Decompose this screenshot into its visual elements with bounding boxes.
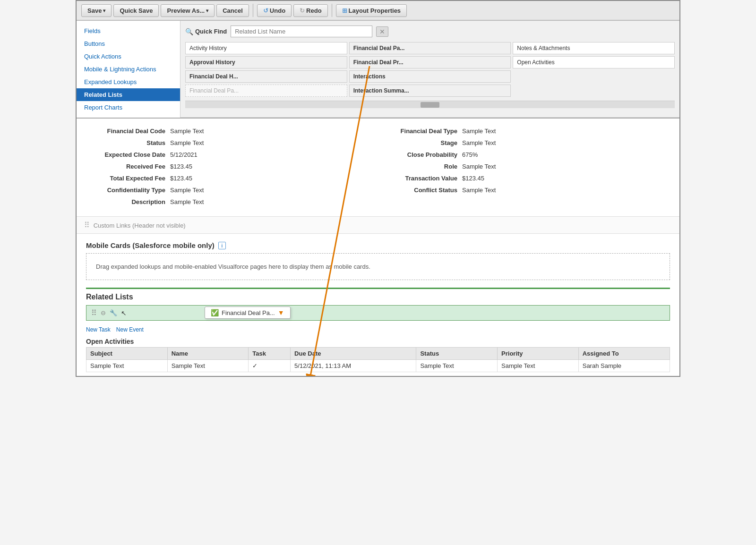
new-task-link[interactable]: New Task (86, 326, 111, 333)
minus-icon[interactable]: ⊖ (101, 309, 106, 316)
undo-button[interactable]: ↺ Undo (257, 4, 292, 17)
field-close-probability-value: 675% (462, 151, 478, 158)
form-row-5: Total Expected Fee $123.45 Transaction V… (86, 173, 670, 183)
field-received-fee-label: Received Fee (90, 163, 165, 170)
sidebar-item-related-lists[interactable]: Related Lists (77, 88, 180, 101)
col-priority: Priority (498, 348, 579, 360)
field-status: Status Sample Text (86, 138, 378, 148)
field-description: Description Sample Text (86, 197, 378, 207)
preview-as-label: Preview As... (167, 7, 205, 14)
sidebar-item-fields[interactable]: Fields (77, 25, 180, 37)
related-list-item-open-activities[interactable]: Open Activities (513, 56, 675, 68)
custom-links-text: Custom Links (Header not visible) (94, 222, 186, 229)
redo-label: Redo (306, 7, 322, 14)
field-expected-close-date-value: 5/12/2021 (170, 151, 198, 158)
col-name: Name (167, 348, 249, 360)
field-confidentiality-type: Confidentiality Type Sample Text (86, 185, 378, 195)
related-list-item-interactions[interactable]: Interactions (349, 70, 511, 83)
cancel-button[interactable]: Cancel (216, 4, 249, 17)
new-event-link[interactable]: New Event (116, 326, 144, 333)
quick-find-panel: 🔍 Quick Find ✕ Activity History Financia… (180, 21, 679, 118)
preview-as-button[interactable]: Preview As... ▾ (161, 4, 215, 17)
save-button[interactable]: Save ▾ (81, 4, 112, 17)
save-dropdown-arrow: ▾ (103, 8, 105, 13)
sidebar-item-report-charts[interactable]: Report Charts (77, 101, 180, 114)
col-due-date: Due Date (291, 348, 416, 360)
col-assigned-to: Assigned To (578, 348, 670, 360)
field-transaction-value-label: Transaction Value (382, 175, 457, 182)
field-role-label: Role (382, 163, 457, 170)
cancel-label: Cancel (223, 7, 243, 14)
related-list-item-financial-deal-h[interactable]: Financial Deal H... (185, 70, 347, 83)
layout-properties-label: Layout Properties (349, 7, 401, 14)
field-received-fee-value: $123.45 (170, 163, 192, 170)
quick-find-label: 🔍 Quick Find (185, 28, 227, 35)
save-label: Save (87, 7, 102, 14)
related-list-item-notes-attachments[interactable]: Notes & Attachments (513, 42, 675, 54)
related-lists-section-title: Related Lists (86, 288, 670, 303)
related-lists-title-text: Related Lists (86, 293, 133, 301)
scroll-area[interactable] (185, 101, 675, 108)
quick-save-button[interactable]: Quick Save (113, 4, 159, 17)
wrench-icon[interactable]: 🔧 (110, 309, 117, 316)
form-row-2: Status Sample Text Stage Sample Text (86, 138, 670, 148)
custom-links-section: ⠿ Custom Links (Header not visible) (77, 216, 679, 234)
related-list-item-financial-deal-pr[interactable]: Financial Deal Pr... (349, 56, 511, 68)
drop-zone-preview-badge: ✅ Financial Deal Pa... ▼ (205, 307, 291, 319)
related-list-item-financial-deal-pa1[interactable]: Financial Deal Pa... (349, 42, 511, 54)
field-close-probability-label: Close Probability (382, 151, 457, 158)
check-circle-icon: ✅ (211, 309, 219, 316)
form-row-4: Received Fee $123.45 Role Sample Text (86, 162, 670, 171)
layout-properties-button[interactable]: ⊞ Layout Properties (336, 4, 407, 17)
preview-dropdown-arrow: ▾ (206, 8, 208, 13)
related-list-item-interaction-summa[interactable]: Interaction Summa... (349, 85, 511, 97)
quick-find-clear-button[interactable]: ✕ (376, 26, 388, 37)
field-financial-deal-code-label: Financial Deal Code (90, 128, 165, 135)
form-row-1: Financial Deal Code Sample Text Financia… (86, 126, 670, 136)
drop-zone-row[interactable]: ⠿ ⊖ 🔧 ↖ ✅ Financial Deal Pa... ▼ (86, 305, 670, 321)
open-activities-title: Open Activities (86, 335, 670, 347)
sidebar-item-report-charts-label: Report Charts (84, 104, 122, 111)
mobile-cards-drop-text: Drag expanded lookups and mobile-enabled… (96, 263, 370, 270)
field-transaction-value: Transaction Value $123.45 (378, 173, 670, 183)
toolbar-divider (253, 4, 253, 17)
field-transaction-value-value: $123.45 (462, 175, 484, 182)
related-list-item-approval-history[interactable]: Approval History (185, 56, 347, 68)
open-activities-section: New Task New Event Open Activities Subje… (86, 324, 670, 372)
form-row-3: Expected Close Date 5/12/2021 Close Prob… (86, 150, 670, 160)
col-task: Task (249, 348, 291, 360)
col-subject: Subject (86, 348, 168, 360)
related-lists-section: Related Lists ⠿ ⊖ 🔧 ↖ ✅ Financial Deal P… (77, 288, 679, 372)
mobile-cards-drop-zone[interactable]: Drag expanded lookups and mobile-enabled… (86, 253, 670, 280)
activities-table-header: Subject Name Task Due Date Status Priori… (86, 348, 670, 360)
field-close-probability: Close Probability 675% (378, 150, 670, 160)
sidebar-item-related-lists-label: Related Lists (84, 91, 122, 98)
field-total-expected-fee: Total Expected Fee $123.45 (86, 173, 378, 183)
related-list-item-financial-deal-pa2[interactable]: Financial Deal Pa... (185, 85, 347, 97)
form-row-7: Description Sample Text (86, 197, 670, 207)
field-total-expected-fee-value: $123.45 (170, 175, 192, 182)
open-activities-title-text: Open Activities (86, 338, 134, 345)
table-row: Sample Text Sample Text ✓ 5/12/2021, 11:… (86, 360, 670, 372)
sidebar-item-expanded-lookups[interactable]: Expanded Lookups (77, 76, 180, 88)
form-row-6: Confidentiality Type Sample Text Conflic… (86, 185, 670, 195)
field-stage-label: Stage (382, 139, 457, 146)
cell-name: Sample Text (167, 360, 249, 372)
redo-button[interactable]: ↻ Redo (293, 4, 328, 17)
mobile-cards-header: Mobile Cards (Salesforce mobile only) i (77, 234, 679, 253)
field-financial-deal-type: Financial Deal Type Sample Text (378, 126, 670, 136)
cell-assigned-to: Sarah Sample (578, 360, 670, 372)
cell-task: ✓ (249, 360, 291, 372)
sidebar-item-quick-actions[interactable]: Quick Actions (77, 50, 180, 63)
related-list-item-empty1 (513, 70, 675, 83)
scroll-thumb (421, 102, 439, 108)
field-stage: Stage Sample Text (378, 138, 670, 148)
col-status: Status (416, 348, 498, 360)
sidebar-item-buttons[interactable]: Buttons (77, 37, 180, 50)
drop-zone-preview-label: Financial Deal Pa... (222, 309, 275, 316)
quick-find-input[interactable] (231, 26, 372, 37)
sidebar-item-mobile-lightning[interactable]: Mobile & Lightning Actions (77, 63, 180, 76)
cell-priority: Sample Text (498, 360, 579, 372)
related-list-item-activity-history[interactable]: Activity History (185, 42, 347, 54)
top-panel: Fields Buttons Quick Actions Mobile & Li… (77, 21, 679, 119)
